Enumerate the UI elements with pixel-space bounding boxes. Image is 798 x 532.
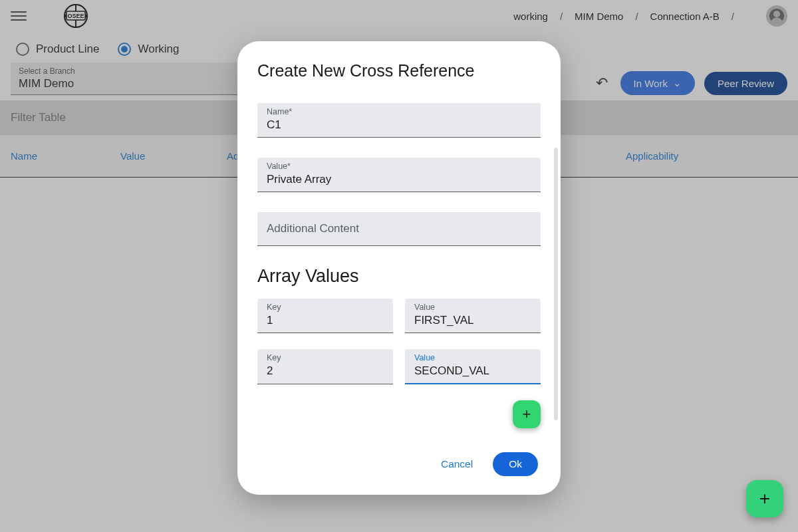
name-field[interactable]: Name* C1 [257,103,541,138]
key-field[interactable]: Key 2 [257,349,393,384]
key-field[interactable]: Key 1 [257,299,393,333]
dialog-title: Create New Cross Reference [257,61,541,80]
key-label: Key [267,303,384,312]
create-cross-reference-dialog: Create New Cross Reference Name* C1 Valu… [237,41,561,495]
value-field[interactable]: Value* Private Array [257,158,541,192]
dialog-scrollbar[interactable] [554,148,558,420]
array-values-heading: Array Values [257,266,541,287]
cancel-button[interactable]: Cancel [434,453,479,475]
array-row: Key 2 Value SECOND_VAL [257,349,541,384]
value-label: Value [414,353,531,362]
value-label: Value [414,303,531,312]
value-field[interactable]: Value FIRST_VAL [405,299,541,333]
array-row: Key 1 Value FIRST_VAL [257,299,541,333]
ok-button[interactable]: Ok [493,452,538,476]
add-array-row-button[interactable]: + [513,400,541,428]
name-label: Name* [267,107,531,116]
key-value: 2 [267,364,384,379]
key-label: Key [267,353,384,362]
value-label: Value* [267,162,531,171]
add-fab[interactable]: + [746,480,783,517]
name-value: C1 [267,118,531,133]
additional-content-field[interactable]: Additional Content [257,212,541,246]
value-value: Private Array [267,173,531,188]
additional-label: Additional Content [267,216,531,241]
value-value: FIRST_VAL [414,314,531,329]
value-value: SECOND_VAL [414,364,531,379]
value-field[interactable]: Value SECOND_VAL [405,349,541,384]
key-value: 1 [267,314,384,329]
